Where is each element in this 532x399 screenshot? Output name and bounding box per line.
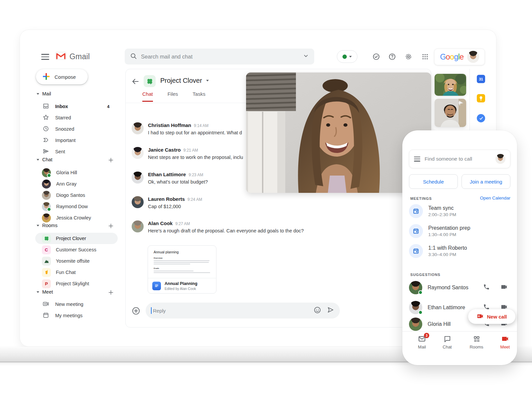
availability-status-pill[interactable] (337, 50, 357, 63)
video-plus-icon (43, 301, 49, 308)
keep-app-icon[interactable] (477, 94, 485, 102)
video-call-participant-thumbnail[interactable] (435, 99, 466, 127)
back-arrow-icon[interactable] (131, 77, 140, 86)
text-cursor (151, 307, 152, 314)
sidebar-item-snoozed[interactable]: Snoozed (33, 123, 119, 135)
tab-files[interactable]: Files (168, 91, 178, 102)
google-docs-icon (152, 282, 161, 290)
calendar-icon (409, 244, 423, 258)
avatar (132, 220, 144, 232)
suggestion-row-raymond-santos[interactable]: Raymond Santos (409, 280, 510, 295)
meeting-row[interactable]: 1:1 with Roberto3:30–4:00 PM (409, 244, 509, 258)
compose-button[interactable]: Compose (36, 69, 88, 84)
calendar-app-icon[interactable]: 31 (477, 75, 485, 83)
find-someone-input[interactable] (425, 156, 491, 162)
menu-icon[interactable] (414, 157, 420, 162)
avatar (42, 180, 51, 189)
phone-search-bar[interactable] (409, 150, 510, 168)
section-chat[interactable]: Chat (33, 155, 120, 164)
chat-contact-diogo-santos[interactable]: Diogo Santos (33, 190, 119, 201)
sidebar-item-new-meeting[interactable]: New meeting (33, 299, 119, 310)
section-rooms[interactable]: Rooms (33, 221, 120, 230)
sidebar-item-my-meetings[interactable]: My meetings (33, 310, 119, 321)
new-chat-plus-icon[interactable] (107, 156, 114, 164)
main-menu-icon[interactable] (41, 54, 49, 60)
room-initial-chip: C (42, 245, 51, 254)
account-avatar[interactable] (495, 154, 505, 164)
collapse-caret-icon (37, 93, 39, 95)
room-customer-success[interactable]: C Customer Success (35, 244, 118, 255)
nav-tab-mail[interactable]: 3 Mail (410, 335, 434, 349)
help-button[interactable] (385, 50, 399, 63)
chat-contact-ann-gray[interactable]: Ann Gray (33, 178, 119, 190)
room-project-clover[interactable]: Project Clover (35, 233, 118, 244)
phone-call-icon[interactable] (483, 284, 490, 292)
tab-tasks[interactable]: Tasks (193, 91, 205, 102)
reply-input-bar[interactable] (146, 303, 340, 319)
settings-gear-icon[interactable] (402, 50, 415, 63)
avatar (42, 191, 51, 200)
sidebar-item-important[interactable]: Important (33, 135, 119, 146)
section-meet[interactable]: Meet (33, 287, 120, 297)
gmail-wordmark: Gmail (69, 52, 90, 61)
compose-label: Compose (55, 74, 76, 80)
room-fun-chat[interactable]: Fun Chat (35, 267, 118, 278)
meeting-row[interactable]: Presentation prep1:30–4:00 PM (409, 224, 509, 238)
search-input[interactable] (141, 54, 299, 60)
tasks-done-button[interactable] (369, 50, 383, 63)
attach-plus-icon[interactable] (132, 307, 140, 315)
join-meeting-button[interactable]: Join a meeting (462, 174, 510, 189)
suggestions-section-label: SUGGESTIONS (410, 273, 441, 277)
search-options-chevron-icon[interactable] (303, 53, 309, 60)
nav-tab-chat[interactable]: Chat (435, 335, 459, 349)
star-icon (43, 114, 49, 122)
chat-contact-gloria-hill[interactable]: Gloria Hill (33, 167, 119, 178)
account-avatar[interactable] (467, 51, 479, 63)
video-call-icon[interactable] (500, 283, 508, 292)
open-calendar-link[interactable]: Open Calendar (480, 196, 510, 200)
tasks-app-icon[interactable] (477, 114, 485, 122)
sidebar-item-inbox[interactable]: Inbox 4 (33, 101, 119, 112)
doc-attachment-card[interactable]: Annual planning Overview Goals Annual Pl… (148, 245, 216, 294)
screenshot-stage: Gmail (0, 0, 532, 399)
sidebar-item-starred[interactable]: Starred (33, 112, 119, 123)
section-mail[interactable]: Mail (33, 89, 120, 98)
collapse-caret-icon (37, 159, 39, 161)
room-title[interactable]: Project Clover (160, 77, 209, 84)
new-meet-plus-icon[interactable] (107, 289, 114, 296)
room-yosemite-offsite[interactable]: Yosemite offsite (35, 255, 118, 267)
chat-message: Janice Castro9:21 AM Next steps are to w… (132, 147, 243, 160)
schedule-button[interactable]: Schedule (409, 174, 458, 189)
send-icon (43, 148, 49, 156)
new-call-button[interactable]: New call (468, 309, 515, 324)
avatar (409, 281, 422, 294)
apps-grid-icon[interactable] (418, 50, 432, 63)
meeting-row[interactable]: Team sync2:00–2:30 PM (409, 204, 509, 218)
important-icon (43, 137, 49, 144)
clover-icon (144, 75, 156, 87)
phone-frame: Schedule Join a meeting MEETINGS Open Ca… (402, 130, 517, 365)
search-bar[interactable] (125, 49, 314, 65)
video-plus-icon (476, 313, 484, 321)
video-call-participant-thumbnail[interactable] (435, 74, 466, 96)
clover-icon (42, 234, 51, 243)
mail-icon: 3 (418, 335, 426, 342)
avatar (409, 301, 422, 314)
avatar (132, 147, 144, 159)
new-room-plus-icon[interactable] (107, 222, 114, 229)
drink-icon (42, 268, 51, 277)
chat-contact-raymond-dow[interactable]: Raymond Dow (33, 201, 119, 212)
avatar (409, 318, 422, 331)
reply-input[interactable] (153, 308, 313, 314)
tab-chat[interactable]: Chat (142, 91, 153, 102)
emoji-icon[interactable] (314, 306, 321, 315)
send-message-icon[interactable] (327, 306, 334, 315)
doc-footer: Annual Planning Edited by Alan Cook (148, 278, 216, 293)
avatar (132, 122, 144, 134)
nav-tab-meet[interactable]: Meet (493, 335, 517, 349)
compose-plus-icon (42, 72, 50, 81)
chevron-down-icon (206, 80, 209, 81)
google-account-chip[interactable]: Google (434, 49, 485, 65)
gmail-m-icon (55, 52, 66, 62)
nav-tab-rooms[interactable]: Rooms (465, 335, 488, 349)
